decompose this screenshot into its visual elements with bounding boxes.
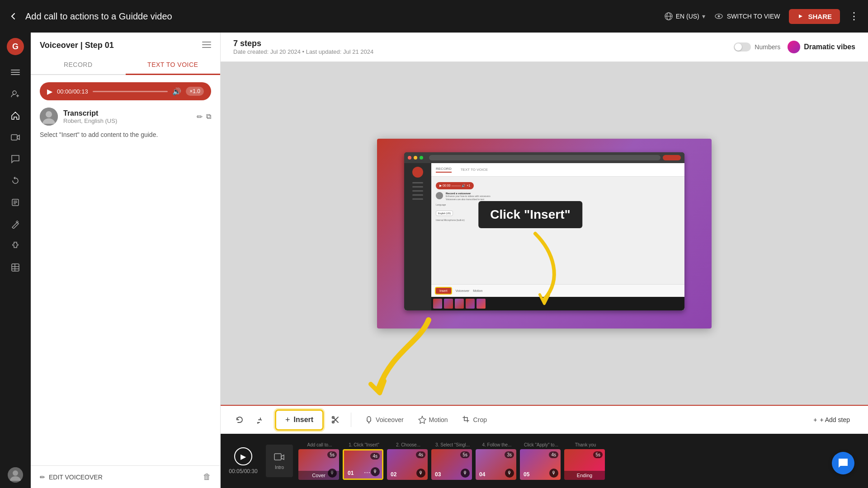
sidebar-item-chat[interactable] — [5, 149, 25, 169]
filmstrip: ▶ 00:05/00:30 Intro Add call to... 5s 🎙 — [221, 434, 868, 488]
sidebar-item-wand[interactable] — [5, 214, 25, 234]
05-badge: 4s — [549, 451, 558, 458]
share-button[interactable]: SHARE — [789, 9, 840, 24]
record-tab-inner: RECORD — [436, 167, 452, 173]
02-badge: 4s — [416, 451, 425, 458]
voiceover-icon — [365, 416, 373, 424]
add-step-icon: + — [813, 416, 817, 423]
toolbar-separator — [351, 413, 351, 427]
delete-voiceover-button[interactable]: 🗑 — [203, 472, 211, 482]
01-more-btn[interactable]: ⋯ — [364, 469, 370, 476]
inner-sidebar — [404, 163, 431, 310]
crop-toolbar-button[interactable]: Crop — [456, 412, 493, 427]
motion-label: Motion — [429, 416, 448, 423]
filmstrip-05[interactable]: 4s 🎙 05 — [520, 449, 561, 480]
motion-toolbar-button[interactable]: Motion — [412, 412, 454, 427]
content-header: 7 steps Date created: Jul 20 2024 • Last… — [221, 33, 868, 62]
inner-desc2: Voiceovers are also transcribed to text — [446, 198, 491, 201]
sidebar-item-menu[interactable] — [5, 62, 25, 82]
user-avatar[interactable] — [8, 467, 23, 483]
inner-toolbar: Insert Voiceover Motion — [431, 284, 684, 297]
redo-icon — [254, 416, 262, 424]
transcript-subtitle: Robert, English (US) — [63, 117, 117, 124]
tab-text-to-voice[interactable]: TEXT TO VOICE — [126, 56, 221, 75]
dramatic-vibes-circle — [788, 41, 800, 53]
more-options-button[interactable]: ⋮ — [849, 10, 859, 22]
panel-collapse-button[interactable] — [202, 41, 211, 50]
switch-to-view-btn[interactable]: SWITCH TO VIEW — [714, 12, 780, 21]
redo-button[interactable] — [250, 412, 266, 428]
left-panel: Voiceover | Step 01 RECORD TEXT TO VOICE… — [31, 33, 221, 488]
inner-01-thumb — [444, 299, 453, 309]
transcript-section: Transcript Robert, English (US) ✏ ⧉ Sele… — [31, 108, 220, 140]
filmstrip-above-01: 1. Click "Insert" — [349, 442, 379, 447]
filmstrip-03[interactable]: 5s 🎙 03 — [431, 449, 472, 480]
filmstrip-01[interactable]: 4s 🎙 01 ⋯ — [343, 449, 383, 480]
insert-plus-icon: + — [285, 415, 290, 425]
steps-date: Date created: Jul 20 2024 • Last updated… — [233, 48, 373, 55]
copy-transcript-button[interactable]: ⧉ — [206, 113, 211, 121]
magic-wand-icon — [11, 220, 20, 229]
numbers-toggle[interactable] — [734, 42, 751, 52]
speed-badge[interactable]: ×1.0 — [186, 87, 204, 96]
maximize-dot — [420, 156, 423, 160]
sidebar-item-video[interactable] — [5, 127, 25, 147]
svg-rect-23 — [202, 44, 211, 45]
edit-transcript-button[interactable]: ✏ — [197, 113, 203, 121]
table-icon — [11, 263, 20, 272]
chat-icon — [11, 155, 20, 164]
tab-record[interactable]: RECORD — [31, 56, 126, 75]
filmstrip-left: ▶ 00:05/00:30 — [221, 447, 266, 474]
back-button[interactable] — [9, 12, 18, 21]
nav-right-controls: EN (US) ▾ SWITCH TO VIEW SHARE ⋮ — [664, 9, 859, 24]
filmstrip-04[interactable]: 3s 🎙 04 — [476, 449, 516, 480]
sidebar-item-table[interactable] — [5, 258, 25, 277]
globe-icon — [664, 12, 673, 21]
edit-voiceover-button[interactable]: ✏ EDIT VOICEOVER — [40, 474, 103, 481]
filmstrip-cover[interactable]: 5s 🎙 Cover — [298, 449, 339, 480]
chat-support-button[interactable] — [832, 452, 854, 474]
04-num: 04 — [479, 471, 485, 478]
audio-time: 00:00/00:13 — [57, 88, 88, 95]
filmstrip-ending[interactable]: 5s Ending — [564, 449, 605, 480]
04-mic-icon: 🎙 — [505, 469, 514, 478]
sidebar-item-puzzle[interactable] — [5, 236, 25, 256]
inner-nav2 — [412, 186, 423, 188]
trim-button[interactable] — [327, 412, 344, 428]
motion-icon — [418, 416, 426, 424]
content-controls: Numbers Dramatic vibes — [734, 41, 855, 53]
top-navigation: Add call to actions to a Guidde video EN… — [0, 0, 868, 33]
sidebar-item-add-user[interactable] — [5, 84, 25, 104]
chevron-down-icon: ▾ — [702, 13, 705, 20]
address-bar — [429, 155, 660, 160]
sidebar-item-home[interactable] — [5, 106, 25, 126]
insert-button[interactable]: + Insert — [275, 409, 324, 431]
voiceover-toolbar-button[interactable]: Voiceover — [359, 412, 410, 427]
undo-button[interactable] — [231, 412, 248, 428]
crop-label: Crop — [473, 416, 487, 423]
audio-player: ▶ 00:00/00:13 🔊 ×1.0 — [40, 82, 211, 100]
play-button[interactable]: ▶ — [47, 87, 52, 96]
volume-icon[interactable]: 🔊 — [172, 87, 181, 96]
audio-progress-bar[interactable] — [93, 91, 168, 92]
app-logo[interactable]: G 3 — [7, 38, 24, 55]
svg-rect-16 — [12, 264, 19, 271]
inner-lang-value: English (US) — [436, 211, 453, 216]
add-step-button[interactable]: + + Add step — [806, 413, 857, 427]
filmstrip-03-wrapper: 3. Select "Singl... 5s 🎙 03 — [431, 442, 474, 480]
inner-insert-btn: Insert — [435, 287, 452, 295]
filmstrip-play-button[interactable]: ▶ — [234, 447, 252, 465]
01-num: 01 — [348, 470, 354, 476]
inner-02-thumb — [455, 299, 464, 309]
svg-rect-11 — [11, 135, 17, 140]
dramatic-vibes[interactable]: Dramatic vibes — [788, 41, 855, 53]
inner-avatar — [436, 192, 443, 199]
filmstrip-intro[interactable]: Intro — [266, 445, 293, 477]
inner-nav5 — [412, 198, 423, 200]
sidebar-item-text[interactable] — [5, 192, 25, 212]
language-selector[interactable]: EN (US) ▾ — [664, 12, 705, 21]
video-preview: RECORD TEXT TO VOICE ▶ 00:00 ——— 🔊 ×1 — [221, 62, 868, 405]
sidebar-item-refresh[interactable] — [5, 171, 25, 191]
filmstrip-time: 00:05/00:30 — [229, 468, 257, 474]
filmstrip-02[interactable]: 4s 🎙 02 — [387, 449, 428, 480]
